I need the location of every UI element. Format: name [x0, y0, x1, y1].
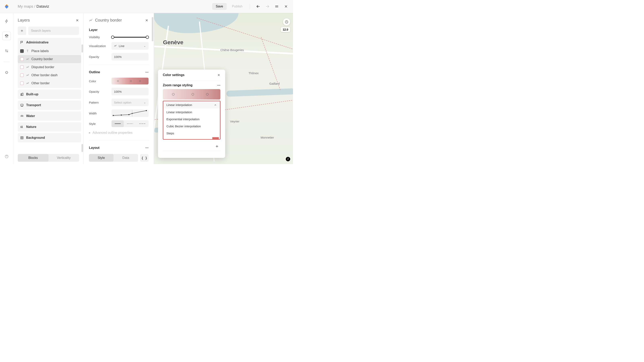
rail-quick-icon[interactable] — [2, 17, 11, 25]
search-layers-input[interactable] — [28, 26, 79, 35]
line-icon — [26, 74, 30, 77]
svg-rect-3 — [21, 94, 22, 95]
style-solid[interactable] — [112, 120, 124, 127]
layer-checkbox[interactable] — [20, 81, 24, 85]
gradient-stop[interactable] — [172, 93, 174, 95]
add-stop-button[interactable]: ＋ — [214, 143, 220, 149]
collapse-icon[interactable]: — — [145, 70, 148, 74]
forward-icon[interactable] — [263, 2, 272, 11]
layer-checkbox[interactable] — [20, 65, 24, 69]
rail-plugin-icon[interactable] — [2, 69, 11, 77]
label-opacity: Opacity — [89, 55, 109, 58]
save-button[interactable]: Save — [212, 3, 226, 10]
clock-icon[interactable] — [283, 18, 290, 25]
gradient-stop[interactable] — [139, 80, 141, 82]
close-app-icon[interactable] — [281, 2, 290, 11]
text-icon — [26, 49, 30, 53]
rail-settings-icon[interactable] — [2, 47, 11, 55]
group-administrative[interactable]: Administrative — [18, 38, 81, 47]
outline-opacity-value: 100% — [114, 90, 122, 93]
interpolation-option-exponential[interactable]: Exponential interpolation — [163, 116, 220, 123]
group-water[interactable]: Water — [18, 111, 81, 121]
group-nature[interactable]: Nature — [18, 122, 81, 131]
close-layers-icon[interactable] — [76, 18, 79, 22]
row-outline-opacity: Opacity 100% — [89, 86, 148, 97]
zoom-gradient-bar[interactable] — [163, 89, 220, 99]
tab-data[interactable]: Data — [114, 154, 138, 162]
interpolation-select[interactable]: Linear interpolation — [163, 101, 220, 109]
layer-label: Other border — [32, 81, 50, 85]
layer-item-other-border[interactable]: Other border — [18, 79, 81, 87]
breadcrumb[interactable]: My maps / Dataviz — [13, 4, 49, 9]
map-border — [196, 18, 292, 49]
zoom-level-badge[interactable]: 12.0 — [281, 27, 290, 32]
group-background[interactable]: Background — [18, 133, 81, 142]
group-label: Transport — [26, 103, 41, 107]
line-icon — [26, 57, 30, 61]
pattern-select[interactable]: Select option⌄ — [112, 98, 148, 106]
close-prop-icon[interactable] — [145, 18, 148, 22]
app-logo[interactable] — [0, 0, 13, 13]
gradient-stop[interactable] — [192, 93, 194, 95]
scrollbar[interactable] — [152, 17, 153, 41]
interpolation-option-cubic[interactable]: Cubic Bezier interpolation — [163, 123, 220, 130]
opacity-input[interactable]: 100% — [112, 53, 148, 60]
divider — [89, 64, 148, 65]
back-icon[interactable] — [254, 2, 263, 11]
collapse-icon[interactable]: — — [145, 146, 148, 150]
advanced-outline-toggle[interactable]: ▸ Advanced outline properties — [89, 129, 148, 138]
layer-checkbox[interactable] — [20, 57, 24, 61]
style-segment — [112, 120, 148, 127]
visibility-slider[interactable] — [112, 37, 148, 38]
rail-layers-icon[interactable] — [2, 32, 11, 40]
color-swatch[interactable] — [212, 137, 219, 139]
menu-icon[interactable] — [272, 2, 281, 11]
visualization-value: Line — [119, 44, 124, 48]
outline-opacity-input[interactable]: 100% — [112, 88, 148, 95]
label-visualization: Visualization — [89, 44, 109, 48]
tab-verticality[interactable]: Verticality — [48, 154, 79, 162]
gradient-stop[interactable] — [206, 93, 208, 95]
svg-point-13 — [146, 110, 147, 111]
property-panel: Country border Layer Visibility Visualiz… — [84, 13, 154, 164]
row-color: Color — [89, 76, 148, 86]
rail-help-icon[interactable] — [2, 152, 11, 160]
style-dashed[interactable] — [124, 120, 136, 127]
interpolation-option-linear[interactable]: Linear interpolation — [163, 109, 220, 116]
layer-item-place-labels[interactable]: Place labels — [18, 47, 81, 55]
layer-item-other-border-dash[interactable]: Other border dash — [18, 71, 81, 79]
tab-blocks[interactable]: Blocks — [18, 154, 48, 162]
group-built-up[interactable]: Built-up — [18, 90, 81, 99]
group-transport[interactable]: Transport — [18, 100, 81, 110]
layers-list[interactable]: Administrative Place labels Country bord… — [13, 38, 84, 152]
group-label: Administrative — [26, 41, 48, 44]
style-dotted[interactable] — [136, 120, 148, 127]
json-button[interactable]: { } — [140, 154, 148, 162]
tab-style[interactable]: Style — [89, 154, 114, 162]
layer-item-disputed-border[interactable]: Disputed border — [18, 63, 81, 71]
gradient-stop[interactable] — [130, 80, 132, 82]
info-icon[interactable]: i — [286, 157, 290, 161]
layer-item-country-border[interactable]: Country border — [18, 55, 81, 63]
layer-checkbox[interactable] — [20, 49, 24, 53]
prop-scroll[interactable]: Layer Visibility Visualization Line ⌄ Op… — [84, 25, 154, 152]
publish-button[interactable]: Publish — [228, 3, 246, 10]
collapse-icon[interactable]: — — [217, 83, 220, 87]
row-pattern: Pattern Select option⌄ — [89, 97, 148, 108]
building-icon — [20, 92, 24, 96]
admin-items: Place labels Country border Disputed bor… — [18, 47, 81, 88]
map-label-monnetier: Monnetier — [260, 136, 274, 139]
label-width: Width — [89, 112, 109, 115]
visualization-select[interactable]: Line ⌄ — [112, 42, 148, 50]
gradient-stop[interactable] — [117, 80, 119, 82]
scrollbar[interactable] — [82, 44, 83, 52]
svg-point-9 — [113, 115, 114, 116]
svg-rect-4 — [22, 93, 23, 95]
width-curve[interactable] — [112, 109, 148, 117]
layer-checkbox[interactable] — [20, 73, 24, 77]
close-popup-icon[interactable] — [217, 73, 220, 77]
scrollbar[interactable] — [82, 144, 83, 152]
interpolation-option-steps[interactable]: Steps — [163, 130, 220, 137]
add-layer-button[interactable] — [18, 26, 26, 35]
color-gradient[interactable] — [112, 78, 148, 84]
